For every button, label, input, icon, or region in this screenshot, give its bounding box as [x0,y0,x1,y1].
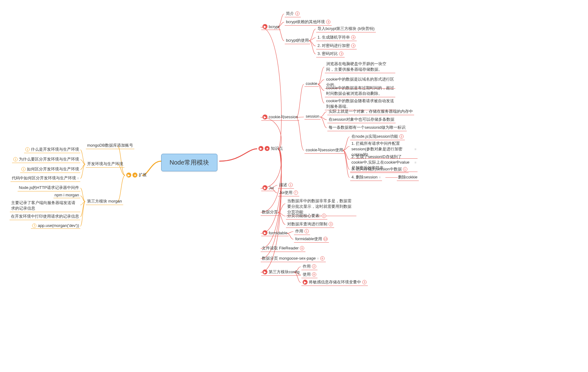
connector-layer [0,0,588,372]
node-env-why[interactable]: 1 为什么要区分开发环境与生产环境 [12,156,80,163]
node-env[interactable]: 开发环境与生产环境 [86,161,124,167]
node-bcrypt-enc[interactable]: 2. 对密码进行加密 4 [316,42,357,49]
node-morgan-log[interactable]: 主要记录了客户端向服务器端发送请求的记录信息 [10,199,80,212]
node-page-p3[interactable]: 对数据库查询进行限制 3 [286,221,334,228]
note-icon: ≡ [77,177,79,180]
node-bcrypt-intro[interactable]: 简介 2 [285,10,301,17]
node-cookiesession[interactable]: ▶ cookie与session [261,114,299,120]
root-node[interactable]: Node常用模块 [161,154,217,171]
expand-icon: ▶ [262,185,267,190]
node-filereader[interactable]: 文件读取 FileReader 6 [261,245,305,252]
node-bcrypt-gen[interactable]: 1. 生成随机字符串 6 [316,34,357,41]
node-bcrypt-import[interactable]: 导入bcrypt第三方模块 (b快普特) [316,25,376,32]
node-cs-u4[interactable]: 3. 访问存储到session中数据 1 [350,166,409,173]
node-session-s1[interactable]: 实际上就是一个对象，存储在服务器端的内存中 [327,108,414,115]
node-session-s3[interactable]: 每一条数据都有一个sessionid做为唯一标识 [327,124,407,131]
star-icon: ★ [132,173,137,178]
expand-icon: ▶ [126,173,131,178]
note-icon: ≡ [414,161,416,164]
mindmap-canvas[interactable]: Node常用模块 ▶ ★ 扩展 mongoDB数据库添加账号 开发环境与生产环境… [0,0,588,372]
node-pagination[interactable]: 数据分页 [261,209,279,215]
node-cookie-c3[interactable]: cookie中的数据是有过期时间的，超过时间数据会被浏览器自动删除。 [325,85,395,97]
expand-icon: ▶ [258,146,263,151]
node-morgan-dev[interactable]: 在开发环境中打印使用请求的记录信息 [10,213,80,220]
node-env-how[interactable]: 1 如何区分开发环境与生产环境 [20,166,80,173]
node-cs-u5[interactable]: 4. 删除session ≡ [350,174,382,181]
node-cookie[interactable]: cookie [304,81,319,86]
node-bcrypt-usage[interactable]: bcrypt的使用 [285,37,310,44]
node-joi-desc[interactable]: 描述 1 [278,182,294,188]
node-morgan-desc[interactable]: Node.js的HTTP请求记录器中间件 [18,184,80,191]
root-title: Node常用模块 [170,158,209,167]
node-env-what[interactable]: 1 什么是开发环境与生产环境 [24,146,80,153]
node-cs-use[interactable]: cookie与session使用 [304,147,344,153]
star-icon: ★ [265,146,270,151]
node-page-p2[interactable]: 分页功能核心要素: 3 [286,212,327,219]
note-icon: ≡ [379,176,381,179]
node-morgan-code[interactable]: 1 app.use(morgan('dev')) [31,223,80,228]
branch-extend[interactable]: ▶ ★ 扩展 [125,172,148,178]
node-config-c3[interactable]: ▶ 将敏感信息存储在环境变量中 3 [301,279,368,286]
node-bcrypt[interactable]: ▶ bcrypt [261,23,281,30]
node-bcrypt-cmp[interactable]: 3. 密码对比 3 [316,50,345,57]
expand-icon: ▶ [303,280,308,285]
branch-extend-label: 扩展 [139,172,147,178]
node-cookie-c1[interactable]: 浏览器在电脑硬盘中开辟的一块空间，主要供服务器端存储数据。 [325,61,395,73]
node-formidable-f1[interactable]: 作用 1 [294,228,310,235]
expand-icon: ▶ [262,230,267,235]
node-joi-use[interactable]: Joi使用 7 [278,189,299,196]
expand-icon: ▶ [262,270,267,274]
node-config[interactable]: ▶ 第三方模块config [261,269,301,275]
node-cs-u1[interactable]: 在node.js实现session功能 2 [350,133,405,140]
note-icon: ≡ [414,148,416,151]
node-session-s2[interactable]: 在session对象中也可以存储多条数据 [327,116,396,123]
node-bcrypt-deps[interactable]: bcrypt依赖的其他环境 8 [285,19,332,25]
expand-icon: ▶ [262,115,267,119]
node-env-code[interactable]: 代码中如何区分开发环境与生产环境 ≡ [10,175,80,182]
node-config-c1[interactable]: 作用 2 [301,263,317,270]
branch-knowledge-label: 知识点 [271,146,283,151]
expand-icon: ▶ [262,24,267,29]
node-mongodb[interactable]: mongoDB数据库添加账号 [86,142,134,149]
note-icon: ≡ [317,257,319,260]
node-mongoosepage[interactable]: 数据分页 mongoose-sex-page ≡ 9 [261,255,326,262]
node-morgan[interactable]: 第三方模块 morgan [86,198,123,205]
branch-knowledge[interactable]: ▶ ★ 知识点 [257,145,284,152]
node-cs-u5b[interactable]: 删除cokkie [397,174,419,181]
node-morgan-install[interactable]: npm i morgan [53,192,80,198]
node-session[interactable]: session [304,113,321,119]
node-formidable[interactable]: ▶ formidable [261,230,289,236]
node-formidable-f2[interactable]: formidable使用 13 [294,236,329,242]
node-config-c2[interactable]: 使用 8 [301,271,317,278]
node-joi[interactable]: ▶ Joi [261,185,275,191]
